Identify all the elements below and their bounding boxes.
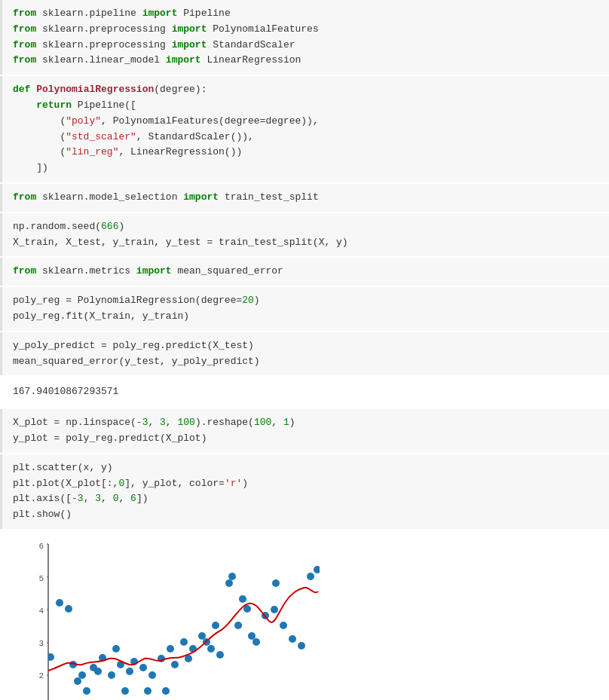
dot [144,687,151,695]
dot [216,651,224,659]
string: "std_scaler" [66,131,136,142]
string: "lin_reg" [66,146,118,157]
dot [65,605,72,613]
number: -3 [136,417,148,428]
plain: ]) [136,493,148,504]
dot [148,671,156,679]
dot [139,664,147,671]
plain [13,99,36,111]
plain: sklearn.preprocessing [36,39,171,50]
code-line: return Pipeline([ [13,98,598,114]
code-line: mean_squared_error(y_test, y_poly_predic… [13,354,598,370]
dot [228,573,236,580]
number: 100 [177,417,194,428]
dot [272,579,280,587]
plain: , PolynomialFeatures(degree=degree)), [101,115,319,127]
scatter-dots [47,566,320,700]
plain: , [271,417,283,428]
keyword: from [13,23,36,35]
plain: Pipeline([ [72,99,136,111]
plain: ], y_plot, color= [124,478,225,489]
plain: mean_squared_error [172,265,283,277]
number: 100 [254,417,271,428]
number: 3 [95,493,101,504]
keyword: import [172,23,207,35]
number: -3 [72,493,84,504]
plain: plt.axis([ [13,493,72,504]
dot [252,638,260,646]
number: 1 [283,417,289,428]
code-line: plt.axis([-3, 3, 0, 6]) [13,491,598,507]
plain: sklearn.preprocessing [36,23,171,35]
dot [289,635,296,643]
dot [56,599,63,607]
keyword: from [13,54,36,66]
plain: , [166,417,178,428]
plain: X_train, X_test, y_train, y_test = train… [13,237,348,248]
cell-mse-calc: y_poly_predict = poly_reg.predict(X_test… [0,332,609,376]
dot [234,622,242,629]
plain: sklearn.pipeline [36,8,142,19]
plain: plt.plot(X_plot[:, [13,478,118,489]
dot [74,677,81,685]
plain: ( [13,115,66,127]
code-line: from sklearn.linear_model import LinearR… [13,53,598,69]
plain: PolynomialFeatures [207,23,318,35]
plain: sklearn.metrics [36,265,136,277]
dot [280,622,287,629]
plain: X_plot = np.linspace( [13,417,136,428]
plain: y_plot = poly_reg.predict(X_plot) [13,433,207,444]
plain: ) [118,221,124,232]
plain: ( [13,131,66,142]
code-line: ("std_scaler", StandardScaler()), [13,130,598,145]
regression-curve [48,588,318,671]
keyword: return [36,99,72,111]
code-line: ("poly", PolynomialFeatures(degree=degre… [13,114,598,130]
cell-imports-sklearn: from sklearn.pipeline import Pipeline fr… [0,0,609,75]
plain: , [118,493,130,504]
number: 3 [160,417,166,428]
dot [162,687,170,695]
plain: , [148,417,160,428]
plain: plt.show() [13,509,72,520]
dot [239,595,246,603]
plain: , [101,493,113,504]
code-line: from sklearn.pipeline import Pipeline [13,6,598,22]
code-line: X_plot = np.linspace(-3, 3, 100).reshape… [13,415,598,431]
dot [314,566,320,573]
cell-import-mse: from sklearn.metrics import mean_squared… [0,258,609,286]
plain: Pipeline [177,8,230,19]
dot [121,687,129,695]
keyword: from [13,265,36,277]
dot [248,632,256,640]
svg-rect-0 [48,544,320,700]
plain: plt.scatter(x, y) [13,462,113,473]
plain: (degree): [154,84,207,95]
plain: train_test_split [219,191,319,203]
dot [171,661,179,668]
code-line: def PolynomialRegression(degree): [13,82,598,98]
y-tick-4: 4 [38,607,44,616]
code-line: plt.scatter(x, y) [13,460,598,476]
dot [112,645,120,653]
chart-svg: 0 1 2 3 4 5 6 -3 -2 -1 0 1 [18,536,320,700]
dot [207,645,215,653]
code-line: plt.plot(X_plot[:,0], y_plot, color='r') [13,476,598,492]
code-line: from sklearn.model_selection import trai… [13,190,598,206]
number: 6 [130,493,136,504]
code-line: plt.show() [13,507,598,523]
y-tick-2: 2 [38,671,44,680]
plain: poly_reg = PolynomialRegression(degree= [13,295,242,306]
code-line: poly_reg.fit(X_train, y_train) [13,309,598,325]
code-line: y_poly_predict = poly_reg.predict(X_test… [13,338,598,354]
keyword: import [136,265,172,277]
code-line: y_plot = poly_reg.predict(X_plot) [13,431,598,447]
plain: , LinearRegression()) [118,146,242,157]
plain: y_poly_predict = poly_reg.predict(X_test… [13,340,254,351]
dot [167,645,174,653]
plain: sklearn.linear_model [36,54,166,66]
cell-def-polynomial: def PolynomialRegression(degree): return… [0,76,609,182]
code-line: from sklearn.preprocessing import Standa… [13,38,598,53]
plain: , StandardScaler()), [136,131,254,142]
cell-fit: poly_reg = PolynomialRegression(degree=2… [0,287,609,331]
